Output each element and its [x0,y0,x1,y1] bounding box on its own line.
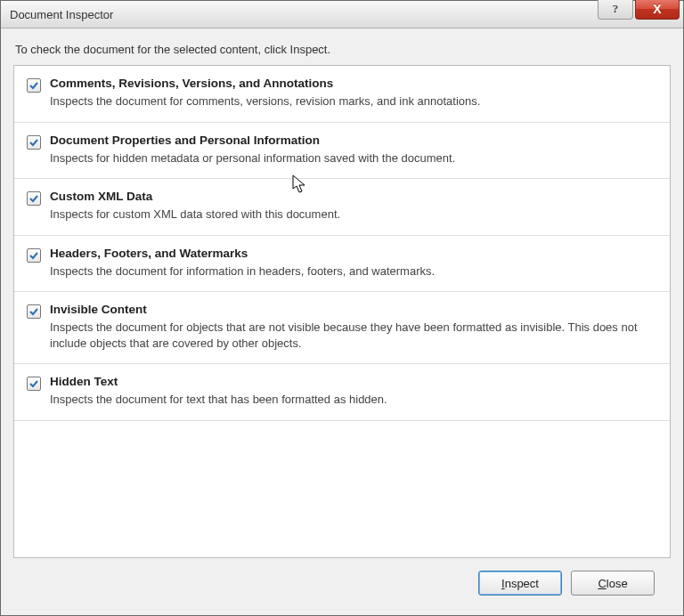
inspect-button[interactable]: Inspect [478,571,562,596]
close-icon: X [653,2,661,16]
check-icon [29,138,38,147]
check-icon [29,251,38,260]
item-title: Headers, Footers, and Watermarks [50,247,657,260]
item-desc: Inspects for custom XML data stored with… [50,207,657,223]
item-desc: Inspects for hidden metadata or personal… [50,150,657,166]
check-icon [29,81,38,90]
check-icon [29,307,38,316]
item-document-properties: Document Properties and Personal Informa… [14,123,670,180]
item-desc: Inspects the document for comments, vers… [50,93,657,109]
item-custom-xml: Custom XML Data Inspects for custom XML … [14,179,670,236]
check-icon [29,194,38,203]
checkbox-invisible-content[interactable] [27,304,41,319]
help-icon: ? [613,2,619,16]
titlebar-controls: ? X [598,0,680,20]
item-comments-revisions: Comments, Revisions, Versions, and Annot… [14,66,670,123]
checkbox-hidden-text[interactable] [27,377,41,391]
inspect-button-label: Inspect [501,577,539,590]
item-title: Invisible Content [50,303,657,316]
close-button[interactable]: Close [571,571,655,596]
item-invisible-content: Invisible Content Inspects the document … [14,292,670,364]
item-headers-footers: Headers, Footers, and Watermarks Inspect… [14,236,670,293]
dialog-body: To check the document for the selected c… [1,28,683,615]
checkbox-custom-xml[interactable] [27,191,41,206]
item-desc: Inspects the document for objects that a… [50,320,657,351]
close-window-button[interactable]: X [635,0,680,20]
dialog-title: Document Inspector [10,8,113,21]
dialog-footer: Inspect Close [13,558,671,604]
item-title: Hidden Text [50,375,657,388]
document-inspector-dialog: Document Inspector ? X To check the docu… [0,0,684,616]
item-title: Document Properties and Personal Informa… [50,134,657,147]
checkbox-headers-footers[interactable] [27,248,41,263]
help-button[interactable]: ? [598,0,633,20]
item-title: Comments, Revisions, Versions, and Annot… [50,77,657,90]
item-desc: Inspects the document for text that has … [50,392,657,408]
inspection-list: Comments, Revisions, Versions, and Annot… [13,65,671,558]
item-title: Custom XML Data [50,190,657,203]
item-desc: Inspects the document for information in… [50,263,657,280]
item-hidden-text: Hidden Text Inspects the document for te… [14,364,670,421]
checkbox-document-properties[interactable] [27,135,41,150]
check-icon [29,379,38,388]
checkbox-comments-revisions[interactable] [27,78,41,93]
instruction-text: To check the document for the selected c… [15,43,669,56]
titlebar[interactable]: Document Inspector ? X [1,1,683,28]
close-button-label: Close [598,577,627,590]
